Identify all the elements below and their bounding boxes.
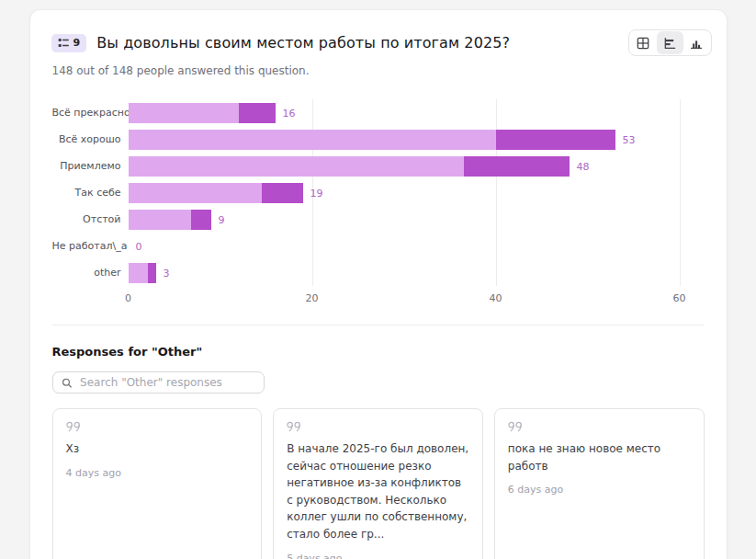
chart-row: Приемлемо48 — [52, 153, 705, 179]
x-axis-tick: 60 — [673, 292, 686, 304]
quote-icon — [287, 421, 302, 432]
view-toggle — [628, 29, 712, 56]
bar-chart: Всё прекрасно16Всё хорошо53Приемлемо48Та… — [52, 99, 705, 308]
bar-chart-horizontal-icon — [663, 37, 676, 50]
bar-segment-dark[interactable] — [262, 183, 303, 203]
section-divider — [52, 325, 705, 325]
bar-segment-light[interactable] — [129, 263, 148, 283]
chart-row: Не работал\_а0 — [52, 233, 705, 259]
chart-bar-track: 19 — [129, 183, 680, 203]
table-icon — [637, 37, 649, 50]
chart-row: Всё хорошо53 — [52, 126, 705, 153]
card-header: 9 Вы довольны своим местом работы по ито… — [30, 10, 727, 56]
bar-segment-dark[interactable] — [191, 210, 211, 230]
quote-icon — [66, 421, 82, 432]
bar-value-label: 3 — [164, 267, 170, 279]
chart-x-axis: 0204060 — [129, 286, 680, 308]
bar-value-label: 19 — [310, 187, 323, 199]
chart-bar-track: 16 — [129, 103, 680, 123]
answered-count-text: 148 out of 148 people answered this ques… — [30, 64, 727, 77]
x-axis-tick: 40 — [490, 292, 502, 304]
vertical-bar-view-button[interactable] — [683, 31, 710, 54]
bar-segment-dark[interactable] — [148, 263, 156, 283]
chart-bar-track: 48 — [129, 156, 680, 177]
chart-category-label: Приемлемо — [52, 160, 121, 172]
response-timestamp: 5 days ago — [287, 553, 469, 559]
chart-rows: Всё прекрасно16Всё хорошо53Приемлемо48Та… — [52, 99, 705, 286]
question-number: 9 — [73, 38, 81, 48]
chart-row: Отстой9 — [52, 206, 705, 233]
bar-value-label: 48 — [577, 160, 590, 172]
chart-category-label: other — [52, 267, 121, 279]
response-timestamp: 6 days ago — [508, 484, 691, 496]
search-icon — [62, 377, 73, 389]
bar-value-label: 9 — [219, 213, 225, 225]
chart-row: other3 — [52, 259, 705, 286]
x-axis-tick: 20 — [306, 292, 319, 304]
chart-bar-track: 0 — [129, 236, 680, 257]
bar-segment-light[interactable] — [129, 156, 464, 177]
chart-category-label: Не работал\_а — [52, 240, 121, 252]
chart-bar-track: 3 — [129, 263, 680, 283]
chart-category-label: Всё прекрасно — [52, 107, 121, 119]
bar-value-label: 0 — [136, 240, 142, 252]
bar-segment-light[interactable] — [129, 130, 496, 150]
search-input[interactable] — [78, 375, 254, 390]
horizontal-bar-view-button[interactable] — [657, 31, 683, 54]
bar-segment-light[interactable] — [129, 210, 191, 230]
bar-value-label: 16 — [283, 107, 296, 119]
chart-row: Так себе19 — [52, 179, 705, 206]
chart-bar-track: 9 — [129, 210, 680, 230]
bar-segment-light[interactable] — [129, 183, 262, 203]
response-text: пока не знаю новое место работв — [508, 440, 691, 474]
responses-heading: Responses for "Other" — [52, 345, 705, 359]
x-axis-tick: 0 — [125, 292, 131, 304]
question-number-badge: 9 — [51, 34, 87, 52]
chart-category-label: Отстой — [52, 213, 121, 225]
quote-icon — [508, 421, 524, 432]
response-card: пока не знаю новое место работв 6 days a… — [494, 408, 705, 559]
bar-value-label: 53 — [623, 133, 636, 145]
table-view-button[interactable] — [630, 31, 657, 54]
chart-row: Всё прекрасно16 — [52, 99, 705, 126]
response-card: Хз 4 days ago — [52, 408, 263, 559]
response-card: В начале 2025-го был доволен, сейчас отн… — [273, 408, 483, 559]
response-text: Хз — [66, 440, 249, 458]
bar-chart-vertical-icon — [690, 37, 703, 50]
chart-category-label: Так себе — [52, 187, 121, 199]
response-cards: Хз 4 days ago В начале 2025-го был довол… — [52, 408, 705, 559]
bar-segment-dark[interactable] — [464, 156, 570, 177]
question-title: Вы довольны своим местом работы по итога… — [96, 34, 510, 51]
response-text: В начале 2025-го был доволен, сейчас отн… — [287, 440, 469, 543]
survey-question-card: 9 Вы довольны своим местом работы по ито… — [29, 9, 728, 559]
chart-category-label: Всё хорошо — [52, 133, 121, 145]
list-icon — [58, 38, 69, 49]
search-box[interactable] — [52, 371, 265, 394]
bar-segment-dark[interactable] — [239, 103, 276, 123]
bar-segment-light[interactable] — [129, 103, 239, 123]
bar-segment-dark[interactable] — [496, 130, 615, 150]
response-timestamp: 4 days ago — [66, 467, 249, 479]
chart-bar-track: 53 — [129, 130, 680, 150]
